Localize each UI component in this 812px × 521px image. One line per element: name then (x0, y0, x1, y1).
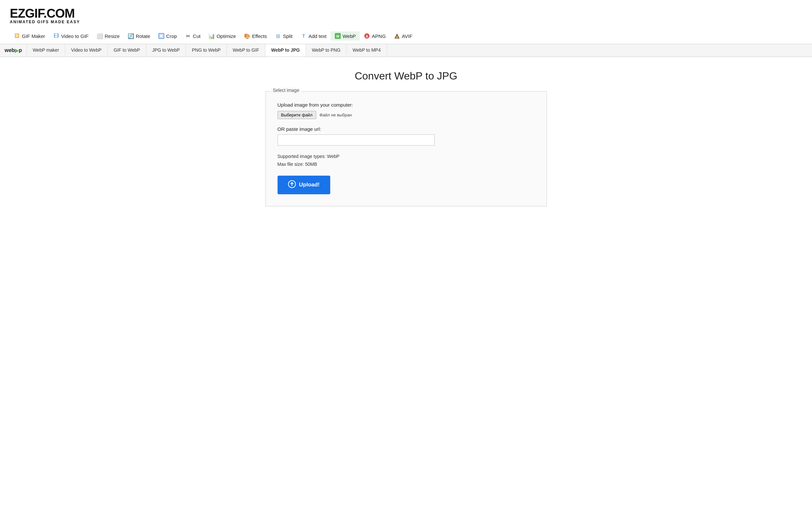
optimize-icon: 📊 (209, 33, 215, 39)
upload-box: Select image Upload image from your comp… (265, 91, 547, 206)
nav-label-add-text: Add text (309, 33, 327, 39)
nav-label-webp: WebP (343, 33, 356, 39)
effects-icon: 🎨 (244, 33, 250, 39)
page-title: Convert WebP to JPG (265, 70, 547, 82)
logo-main: EZGIF.COM (10, 7, 802, 20)
webp-nav-icon: W (334, 33, 341, 39)
add-text-icon: T (301, 33, 307, 39)
nav-item-crop[interactable]: Crop (154, 31, 181, 41)
tab-png-to-webp[interactable]: PNG to WebP (186, 44, 227, 56)
nav-label-avif: AVIF (402, 33, 412, 39)
tab-webp-to-jpg[interactable]: WebP to JPG (265, 44, 306, 56)
file-input-row: Выберите файл Файл не выбран (278, 111, 535, 119)
logo-sub: ANIMATED GIFS MADE EASY (10, 20, 802, 24)
video-to-gif-icon: 🎞 (53, 33, 60, 39)
nav-label-gif-maker: GIF Maker (22, 33, 45, 39)
supported-info: Supported image types: WebP Max file siz… (278, 153, 535, 168)
url-input[interactable] (278, 134, 435, 145)
nav-label-rotate: Rotate (136, 33, 150, 39)
supported-types: Supported image types: WebP (278, 153, 535, 161)
nav-item-webp[interactable]: W WebP (331, 31, 360, 41)
upload-icon (288, 180, 296, 190)
tab-webp-to-mp4[interactable]: WebP to MP4 (347, 44, 387, 56)
nav-item-split[interactable]: ⊞ Split (271, 31, 296, 41)
nav-label-apng: APNG (372, 33, 386, 39)
logo-area: EZGIF.COM ANIMATED GIFS MADE EASY (0, 0, 812, 27)
tab-webp-to-png[interactable]: WebP to PNG (306, 44, 347, 56)
nav-label-split: Split (283, 33, 292, 39)
nav-label-resize: Resize (105, 33, 120, 39)
nav-item-gif-maker[interactable]: 🖼 GIF Maker (10, 31, 49, 41)
main-content: Convert WebP to JPG Select image Upload … (259, 70, 553, 206)
no-file-label: Файл не выбран (320, 113, 352, 117)
nav-item-optimize[interactable]: 📊 Optimize (204, 31, 240, 41)
upload-btn-label: Upload! (299, 182, 320, 188)
webp-subnav-logo[interactable]: web▶p (0, 44, 27, 56)
split-icon: ⊞ (275, 33, 281, 39)
tab-webp-to-gif[interactable]: WebP to GIF (227, 44, 265, 56)
main-nav: 🖼 GIF Maker 🎞 Video to GIF ⬜ Resize 🔄 Ro… (0, 27, 812, 42)
webp-subnav: web▶p WebP maker Video to WebP GIF to We… (0, 44, 812, 57)
nav-label-video-to-gif: Video to GIF (61, 33, 89, 39)
nav-item-resize[interactable]: ⬜ Resize (93, 31, 124, 41)
nav-label-crop: Crop (166, 33, 177, 39)
or-paste-label: OR paste image url: (278, 126, 535, 132)
nav-item-rotate[interactable]: 🔄 Rotate (124, 31, 154, 41)
nav-item-add-text[interactable]: T Add text (297, 31, 331, 41)
upload-button[interactable]: Upload! (278, 176, 330, 194)
tab-jpg-to-webp[interactable]: JPG to WebP (146, 44, 186, 56)
nav-item-apng[interactable]: A APNG (360, 31, 390, 41)
nav-item-effects[interactable]: 🎨 Effects (240, 31, 271, 41)
max-file-size: Max file size: 50MB (278, 161, 535, 168)
nav-item-video-to-gif[interactable]: 🎞 Video to GIF (49, 31, 93, 41)
gif-maker-icon: 🖼 (14, 33, 20, 39)
upload-label: Upload image from your computer: (278, 102, 535, 108)
tab-video-to-webp[interactable]: Video to WebP (65, 44, 108, 56)
choose-file-button[interactable]: Выберите файл (278, 111, 316, 119)
nav-label-cut: Cut (193, 33, 200, 39)
nav-label-effects: Effects (252, 33, 267, 39)
cut-icon: ✂ (184, 33, 191, 39)
avif-icon: A (394, 33, 400, 39)
nav-item-cut[interactable]: ✂ Cut (181, 31, 204, 41)
rotate-icon: 🔄 (128, 33, 134, 39)
apng-icon: A (364, 33, 370, 39)
resize-icon: ⬜ (96, 33, 103, 39)
svg-rect-1 (160, 35, 163, 38)
tab-webp-maker[interactable]: WebP maker (27, 44, 65, 56)
svg-text:W: W (336, 35, 339, 38)
svg-text:A: A (366, 35, 368, 38)
svg-text:A: A (396, 36, 398, 39)
nav-label-optimize: Optimize (217, 33, 236, 39)
nav-item-avif[interactable]: A AVIF (390, 31, 416, 41)
upload-legend: Select image (271, 88, 302, 93)
tab-gif-to-webp[interactable]: GIF to WebP (108, 44, 146, 56)
crop-icon (158, 33, 164, 39)
